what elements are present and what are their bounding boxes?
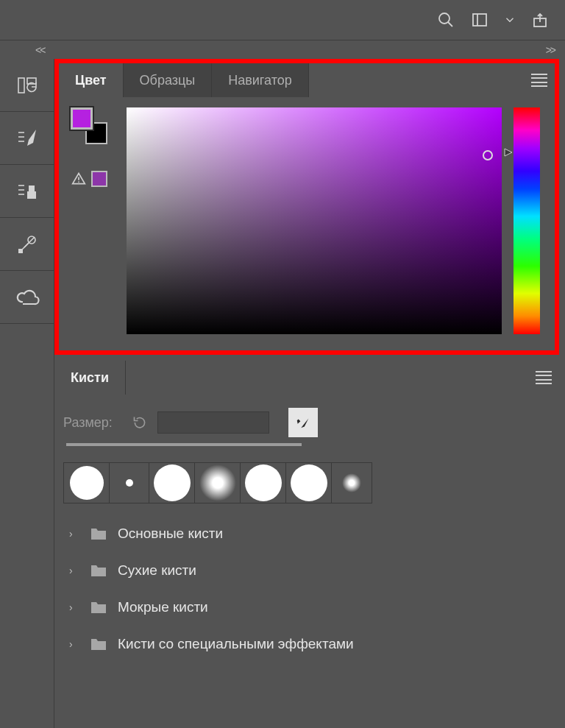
collapse-left-icon[interactable]: << bbox=[35, 44, 44, 56]
icon-sidebar bbox=[0, 59, 54, 728]
brush-preset[interactable] bbox=[64, 463, 110, 503]
creative-cloud-button[interactable] bbox=[0, 271, 54, 324]
recent-brushes-row bbox=[63, 462, 372, 503]
brush-folder-label: Кисти со специальными эффектами bbox=[118, 636, 354, 652]
app-titlebar bbox=[0, 0, 565, 40]
hue-slider-pointer[interactable] bbox=[503, 147, 514, 160]
brush-folder-label: Основные кисти bbox=[118, 526, 223, 542]
svg-rect-14 bbox=[27, 191, 36, 199]
color-panel: Цвет Образцы Навигатор bbox=[54, 59, 559, 355]
tab-color[interactable]: Цвет bbox=[59, 63, 124, 97]
folder-icon bbox=[90, 563, 107, 578]
tab-brushes[interactable]: Кисти bbox=[54, 361, 126, 395]
folder-icon bbox=[90, 637, 107, 651]
brush-preset[interactable] bbox=[195, 463, 241, 503]
brush-presets-button[interactable] bbox=[0, 112, 54, 165]
tab-swatches[interactable]: Образцы bbox=[124, 63, 213, 97]
brushes-panel-tabs: Кисти bbox=[54, 361, 559, 395]
brush-folder-list: › Основные кисти › Сухие кисти › Мокрые … bbox=[63, 515, 543, 662]
svg-point-0 bbox=[439, 13, 449, 24]
brush-preset[interactable] bbox=[110, 463, 149, 503]
gamut-warning-icon[interactable] bbox=[71, 172, 87, 186]
brush-preset[interactable] bbox=[332, 463, 372, 503]
svg-point-19 bbox=[78, 181, 79, 183]
search-icon[interactable] bbox=[436, 10, 456, 30]
color-field[interactable] bbox=[127, 107, 502, 334]
brush-preset[interactable] bbox=[241, 463, 286, 503]
brush-size-slider[interactable] bbox=[66, 443, 302, 446]
collapse-right-icon[interactable]: >> bbox=[546, 44, 555, 56]
panel-menu-icon[interactable] bbox=[536, 371, 552, 384]
brush-preset[interactable] bbox=[149, 463, 195, 503]
brush-folder-label: Мокрые кисти bbox=[118, 599, 208, 615]
foreground-background-swatch[interactable] bbox=[71, 107, 107, 144]
color-field-cursor[interactable] bbox=[483, 150, 493, 160]
brush-size-input[interactable] bbox=[157, 411, 269, 434]
folder-icon bbox=[90, 600, 107, 615]
hue-slider[interactable] bbox=[514, 107, 540, 334]
svg-rect-15 bbox=[29, 185, 35, 191]
panel-collapse-row: << >> bbox=[0, 40, 565, 59]
size-label: Размер: bbox=[63, 415, 122, 431]
closest-gamut-swatch[interactable] bbox=[91, 171, 107, 187]
workspace-layout-icon[interactable] bbox=[469, 10, 490, 30]
brush-preset[interactable] bbox=[286, 463, 332, 503]
chevron-down-icon[interactable] bbox=[503, 10, 516, 30]
color-panel-tabs: Цвет Образцы Навигатор bbox=[59, 63, 555, 97]
brush-folder[interactable]: › Основные кисти bbox=[63, 515, 543, 552]
history-panel-button[interactable] bbox=[0, 59, 54, 112]
svg-line-1 bbox=[448, 22, 452, 26]
svg-rect-2 bbox=[473, 14, 486, 26]
share-icon[interactable] bbox=[530, 10, 550, 30]
foreground-color-swatch[interactable] bbox=[71, 107, 93, 130]
chevron-right-icon: › bbox=[69, 528, 79, 540]
color-swatch-column bbox=[71, 107, 115, 334]
brush-folder[interactable]: › Кисти со специальными эффектами bbox=[63, 626, 543, 662]
paragraph-styles-button[interactable] bbox=[0, 165, 54, 218]
brush-folder[interactable]: › Мокрые кисти bbox=[63, 589, 543, 626]
tool-settings-button[interactable] bbox=[0, 218, 54, 271]
toggle-brush-preview-button[interactable] bbox=[288, 408, 318, 437]
brush-folder-label: Сухие кисти bbox=[118, 562, 196, 579]
chevron-right-icon: › bbox=[69, 601, 79, 613]
svg-rect-17 bbox=[18, 249, 23, 253]
tab-navigator[interactable]: Навигатор bbox=[212, 63, 308, 97]
folder-icon bbox=[90, 526, 107, 541]
brushes-panel: Кисти Размер: bbox=[54, 361, 559, 680]
panel-menu-icon[interactable] bbox=[531, 74, 547, 87]
reset-size-icon[interactable] bbox=[132, 415, 147, 430]
brush-folder[interactable]: › Сухие кисти bbox=[63, 552, 543, 589]
svg-rect-6 bbox=[18, 78, 24, 93]
chevron-right-icon: › bbox=[69, 565, 79, 576]
chevron-right-icon: › bbox=[69, 638, 79, 650]
